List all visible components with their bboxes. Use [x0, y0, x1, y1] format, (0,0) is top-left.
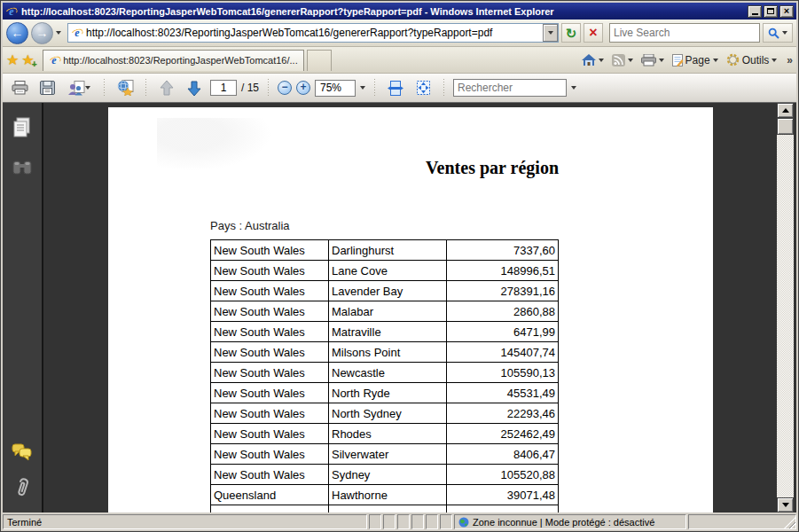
city-cell: Malabar — [329, 301, 447, 322]
pdf-share-online-button[interactable] — [114, 76, 137, 99]
bookmarks-binoculars-icon — [12, 160, 33, 176]
resize-grip[interactable] — [784, 517, 795, 528]
zoom-level-value[interactable]: 75% — [315, 80, 356, 97]
globe-icon — [458, 517, 469, 528]
amount-cell: 8406,47 — [447, 444, 559, 465]
tools-menu-button[interactable]: Outils — [725, 51, 779, 68]
country-label: Pays : Australia — [210, 219, 290, 232]
collaborate-people-icon — [67, 81, 85, 96]
zoom-out-button[interactable]: − — [278, 81, 292, 95]
pdf-navigation-sidebar — [3, 103, 43, 512]
region-cell: New South Wales — [211, 322, 329, 342]
toolbar-separator — [442, 79, 446, 97]
toolbar-separator — [144, 79, 148, 97]
fit-page-icon — [416, 80, 431, 96]
faint-logo-image — [157, 118, 272, 171]
region-cell: New South Wales — [211, 383, 329, 403]
fit-width-button[interactable] — [384, 76, 407, 99]
amount-cell: 105520,88 — [447, 465, 559, 485]
city-cell: Silverwater — [329, 444, 447, 465]
amount-cell: 39071,48 — [447, 485, 559, 505]
refresh-icon: ↻ — [566, 27, 577, 40]
comments-panel-button[interactable] — [12, 443, 33, 461]
table-row-clipped — [211, 505, 559, 513]
scroll-down-button[interactable] — [777, 497, 794, 512]
gear-icon — [726, 53, 740, 66]
region-cell: New South Wales — [211, 444, 329, 465]
chevron-down-icon — [599, 59, 604, 65]
new-tab-stub[interactable] — [307, 50, 332, 71]
triangle-up-icon — [782, 105, 789, 113]
print-button[interactable] — [639, 52, 666, 68]
feeds-button[interactable] — [610, 52, 635, 68]
page-favicon-icon: e — [71, 27, 83, 39]
page-menu-label: Page — [685, 54, 710, 66]
table-row: New South Wales Matraville 6471,99 — [211, 322, 559, 342]
scroll-up-button[interactable] — [777, 103, 794, 118]
triangle-down-icon — [782, 503, 789, 511]
page-menu-button[interactable]: Page — [670, 52, 720, 68]
region-cell: New South Wales — [211, 301, 329, 322]
city-cell: Matraville — [329, 322, 447, 342]
region-cell: New South Wales — [211, 342, 329, 363]
zoom-in-button[interactable]: + — [296, 81, 310, 95]
page-count-label: / 15 — [241, 82, 259, 94]
favorites-center-button[interactable]: ★ — [6, 51, 19, 68]
city-cell: Hawthorne — [329, 485, 447, 505]
amount-cell: 22293,46 — [447, 403, 559, 424]
attachments-panel-button[interactable] — [13, 477, 31, 498]
table-row: New South Wales Sydney 105520,88 — [211, 465, 559, 485]
city-cell: Sydney — [329, 465, 447, 485]
forward-button[interactable]: → — [31, 22, 53, 44]
amount-cell: 145407,74 — [447, 342, 559, 363]
page-number-input[interactable] — [210, 80, 237, 96]
zoom-dropdown-icon[interactable] — [360, 86, 365, 92]
stop-button[interactable]: × — [584, 23, 603, 43]
search-options-dropdown-icon[interactable] — [782, 31, 787, 37]
tools-menu-label: Outils — [742, 54, 770, 66]
next-page-button[interactable] — [183, 76, 206, 99]
region-cell: New South Wales — [211, 465, 329, 485]
previous-page-button[interactable] — [155, 76, 178, 99]
close-button[interactable]: × — [779, 5, 794, 18]
region-cell: New South Wales — [211, 240, 329, 261]
table-row: New South Wales Newcastle 105590,13 — [211, 363, 559, 383]
scrollbar-track[interactable] — [777, 118, 794, 497]
address-dropdown-button[interactable] — [543, 24, 558, 42]
toolbar-separator — [266, 79, 270, 97]
printer-icon — [641, 54, 656, 66]
minimize-button[interactable] — [748, 5, 762, 18]
pdf-collaborate-button[interactable] — [63, 76, 95, 99]
fit-page-button[interactable] — [411, 76, 435, 99]
city-cell: Rhodes — [329, 424, 447, 444]
toolbar-separator — [372, 79, 377, 97]
amount-cell: 7337,60 — [447, 240, 559, 261]
title-bar: e http://localhost:8023/ReportingJasperW… — [3, 3, 796, 20]
close-icon: × — [784, 6, 789, 16]
back-button[interactable]: ← — [6, 22, 28, 44]
vertical-scrollbar[interactable] — [777, 103, 794, 512]
arrow-up-icon — [160, 81, 174, 96]
table-row: New South Wales Rhodes 252462,49 — [211, 424, 559, 444]
browser-window: e http://localhost:8023/ReportingJasperW… — [0, 0, 799, 532]
find-options-dropdown-icon[interactable] — [571, 86, 576, 92]
status-pane — [426, 514, 438, 529]
home-button[interactable] — [580, 52, 606, 68]
pages-panel-button[interactable] — [12, 117, 32, 138]
pdf-print-button[interactable] — [8, 76, 31, 99]
bookmarks-panel-button[interactable] — [12, 160, 33, 176]
search-go-button[interactable] — [763, 23, 793, 43]
scrollbar-thumb[interactable] — [777, 118, 794, 135]
add-favorite-button[interactable]: ★+ — [21, 51, 34, 68]
maximize-button[interactable] — [764, 5, 778, 18]
active-tab[interactable]: e http://localhost:8023/ReportingJasperW… — [43, 50, 304, 71]
pdf-save-button[interactable] — [35, 76, 59, 99]
table-row: New South Wales North Ryde 45531,49 — [211, 383, 559, 403]
refresh-button[interactable]: ↻ — [561, 23, 581, 43]
address-input[interactable] — [86, 25, 540, 41]
recent-pages-dropdown-icon[interactable] — [56, 31, 61, 37]
region-cell: New South Wales — [211, 281, 329, 301]
minimize-icon — [752, 13, 758, 15]
toolbar-overflow-button[interactable]: » — [787, 54, 793, 66]
live-search-input[interactable] — [614, 27, 759, 39]
